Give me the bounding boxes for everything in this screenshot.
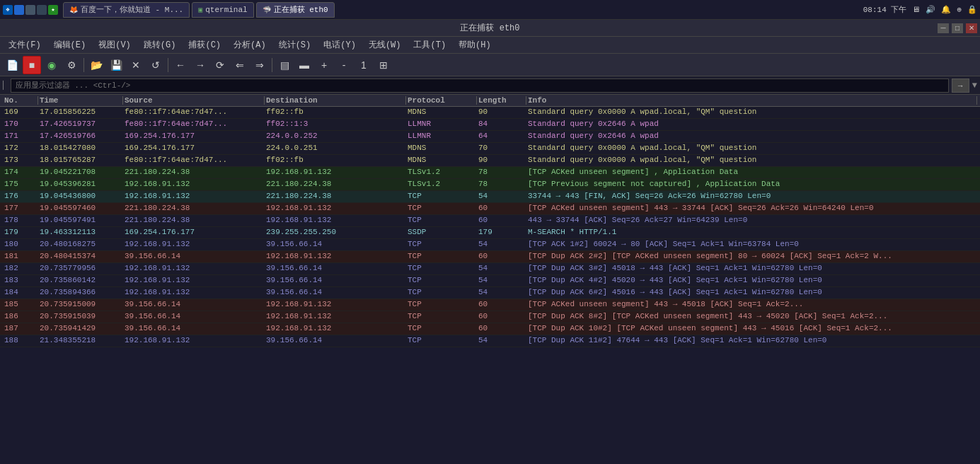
toolbar-color-btn[interactable]: ▬ [295,56,313,74]
menu-analyze[interactable]: 分析(A) [228,37,272,52]
cell-time: 17.426519737 [38,120,123,129]
cell-info: [TCP Dup ACK 6#2] 45016 → 443 [ACK] Seq=… [526,288,977,298]
table-row[interactable]: 172 18.015427080 169.254.176.177 224.0.0… [0,143,980,155]
cell-len: 60 [477,300,526,310]
start-icon[interactable]: ❖ [3,5,13,15]
taskbar-icon1[interactable] [14,5,24,15]
toolbar-cols-btn[interactable]: ⊞ [374,56,393,74]
window-title: 正在捕获 eth0 [460,22,519,34]
maximize-button[interactable]: □ [952,23,963,33]
menu-go[interactable]: 跳转(G) [138,37,182,52]
toolbar-zoom-in-btn[interactable]: + [315,56,333,74]
cell-dst: 192.168.91.132 [265,168,406,178]
taskbar-tabs: ❖ ★ 🦊 百度一下，你就知道 - M... ▣ qterminal 🦈 正在捕… [3,2,335,18]
menu-edit[interactable]: 编辑(E) [48,37,92,52]
table-row[interactable]: 187 20.735941429 39.156.66.14 192.168.91… [0,323,980,335]
table-row[interactable]: 182 20.735779956 192.168.91.132 39.156.6… [0,263,980,275]
minimize-button[interactable]: ─ [938,23,949,33]
toolbar-back-btn[interactable]: ← [171,56,190,74]
cell-proto: TCP [406,336,477,346]
filter-dropdown-icon[interactable]: ▼ [972,81,977,91]
cell-len: 60 [477,216,526,226]
menu-bar: 文件(F) 编辑(E) 视图(V) 跳转(G) 捕获(C) 分析(A) 统计(S… [0,37,980,54]
title-bar: 正在捕获 eth0 ─ □ ✕ [0,20,980,37]
cell-info: [TCP ACKed unseen segment] , Application… [526,168,977,178]
cell-len: 54 [477,336,526,346]
toolbar-save-btn[interactable]: 💾 [107,56,125,74]
cell-info: Standard query 0x0000 A wpad.local, "QM"… [526,108,977,117]
cell-len: 90 [477,108,526,117]
table-row[interactable]: 186 20.735915039 39.156.66.14 192.168.91… [0,311,980,323]
menu-tools[interactable]: 工具(T) [408,37,451,52]
tab-qterminal[interactable]: ▣ qterminal [192,2,253,18]
packet-list-area[interactable]: No. Time Source Destination Protocol Len… [0,95,980,464]
cell-dst: 192.168.91.132 [265,216,406,226]
table-row[interactable]: 179 19.463312113 169.254.176.177 239.255… [0,227,980,239]
cell-len: 60 [477,324,526,334]
cell-src: 39.156.66.14 [123,300,265,310]
cell-no: 172 [3,144,38,153]
table-row[interactable]: 181 20.480415374 39.156.66.14 192.168.91… [0,251,980,263]
toolbar-zoom-out-btn[interactable]: - [335,56,353,74]
menu-help[interactable]: 帮助(H) [453,37,497,52]
toolbar-new-btn[interactable]: 📄 [3,56,21,74]
col-no: No. [3,96,38,105]
toolbar-next-btn[interactable]: ⇒ [250,56,269,74]
menu-statistics[interactable]: 统计(S) [273,37,317,52]
cell-time: 18.015765287 [38,156,123,166]
taskbar-icon3[interactable] [37,5,47,15]
filter-bar: ▏ → ▼ [0,76,980,95]
tab-baidu[interactable]: 🦊 百度一下，你就知道 - M... [63,2,190,18]
cell-len: 60 [477,252,526,262]
toolbar-zoom-reset-btn[interactable]: 1 [354,56,373,74]
table-row[interactable]: 174 19.045221708 221.180.224.38 192.168.… [0,167,980,179]
menu-wireless[interactable]: 无线(W) [363,37,407,52]
cell-time: 19.045597460 [38,204,123,214]
toolbar-pane-btn[interactable]: ▤ [275,56,294,74]
cell-proto: TCP [406,252,477,262]
cell-time: 17.015856225 [38,108,123,117]
filter-apply-btn[interactable]: → [952,79,969,93]
table-row[interactable]: 184 20.735894366 192.168.91.132 39.156.6… [0,287,980,299]
toolbar-restart-btn[interactable]: ◉ [42,56,61,74]
menu-view[interactable]: 视图(V) [93,37,137,52]
cell-dst: 192.168.91.132 [265,324,406,334]
table-row[interactable]: 185 20.735915009 39.156.66.14 192.168.91… [0,299,980,311]
table-row[interactable]: 188 21.348355218 192.168.91.132 39.156.6… [0,335,980,347]
table-row[interactable]: 183 20.735860142 192.168.91.132 39.156.6… [0,275,980,287]
toolbar-reload-btn[interactable]: ↺ [146,56,165,74]
toolbar-settings-btn[interactable]: ⚙ [62,56,81,74]
cell-src: 192.168.91.132 [123,288,265,298]
taskbar-icon4[interactable]: ★ [48,5,58,15]
toolbar-close-btn[interactable]: ✕ [127,56,145,74]
table-row[interactable]: 178 19.045597491 221.180.224.38 192.168.… [0,215,980,227]
cell-no: 169 [3,108,38,117]
toolbar-open-btn[interactable]: 📂 [87,56,105,74]
close-button[interactable]: ✕ [966,23,977,33]
menu-capture[interactable]: 捕获(C) [183,37,226,52]
toolbar-sep1 [83,58,84,72]
toolbar-prev-btn[interactable]: ⇐ [231,56,249,74]
table-row[interactable]: 173 18.015765287 fe80::1f7:64ae:7d47... … [0,155,980,167]
table-row[interactable]: 177 19.045597460 221.180.224.38 192.168.… [0,203,980,215]
table-row[interactable]: 175 19.045396281 192.168.91.132 221.180.… [0,179,980,191]
tab-wireshark[interactable]: 🦈 正在捕获 eth0 [256,2,335,18]
menu-phone[interactable]: 电话(Y) [318,37,362,52]
toolbar-stop-btn[interactable]: ■ [23,56,41,74]
cell-proto: TLSv1.2 [406,180,477,190]
cell-info: [TCP Dup ACK 3#2] 45018 → 443 [ACK] Seq=… [526,264,977,274]
table-row[interactable]: 180 20.480168275 192.168.91.132 39.156.6… [0,239,980,251]
table-row[interactable]: 170 17.426519737 fe80::1f7:64ae:7d47... … [0,119,980,131]
toolbar-fwd-btn[interactable]: → [191,56,209,74]
table-row[interactable]: 176 19.045436800 192.168.91.132 221.180.… [0,191,980,203]
table-row[interactable]: 171 17.426519766 169.254.176.177 224.0.0… [0,131,980,143]
cell-time: 19.463312113 [38,228,123,238]
table-row[interactable]: 169 17.015856225 fe80::1f7:64ae:7d47... … [0,107,980,119]
menu-file[interactable]: 文件(F) [3,37,47,52]
cell-dst: 239.255.255.250 [265,228,406,238]
filter-input[interactable] [11,79,949,93]
cell-dst: ff02::1:3 [265,120,406,129]
toolbar-refresh-btn[interactable]: ⟳ [211,56,229,74]
taskbar-icon2[interactable] [25,5,35,15]
cell-time: 17.426519766 [38,132,123,141]
